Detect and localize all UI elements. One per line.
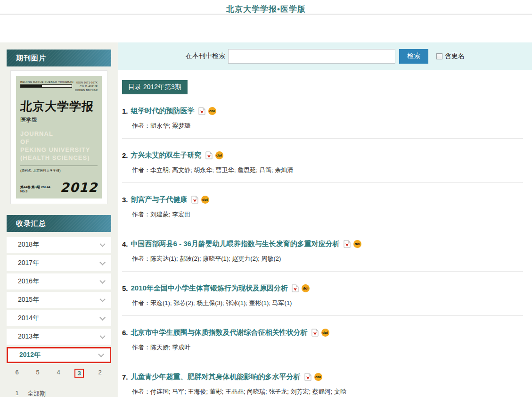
article-authors: 作者：付连国; 马军; 王海俊; 董彬; 王晶晶; 尚晓瑞; 张子龙; 刘芳宏;…: [122, 388, 523, 396]
authors-names: 李立明; 高文静; 胡永华; 曹卫华; 詹思延; 吕筠; 余灿清: [150, 166, 293, 174]
article-title-link[interactable]: 组学时代的预防医学: [131, 107, 195, 116]
cover-barcode-bar: [20, 84, 72, 88]
cover-edition-label: 医学版: [20, 116, 98, 124]
article-number: 6.: [122, 329, 128, 337]
year-label: 2017年: [18, 259, 39, 267]
article-authors: 作者：宋逸(1); 张芯(2); 杨土保(3); 张冰(1); 董彬(1); 马…: [122, 299, 523, 307]
issue-link-1[interactable]: 1: [7, 389, 27, 397]
pdf-icon[interactable]: [198, 107, 205, 115]
issue-label: 1: [15, 389, 18, 397]
article-item: 6. 北京市中学生腰围与体质指数及代谢综合征相关性状分析 doi 作者：陈天娇;…: [122, 316, 523, 360]
include-renamed-checkbox[interactable]: [436, 53, 442, 59]
cover-en-line: JOURNAL: [20, 130, 98, 138]
authors-names: 胡永华; 梁梦璐: [150, 122, 190, 129]
authors-label: 作者：: [132, 255, 150, 262]
issue-label: 5: [36, 369, 39, 376]
authors-label: 作者：: [132, 344, 150, 351]
article-title-link[interactable]: 中国西部两县6 - 36月龄婴幼儿喂养指数与生长发育的多重对应分析: [131, 240, 340, 248]
authors-names: 陈天娇; 季成叶: [150, 344, 190, 351]
all-issues-link[interactable]: 全部期: [27, 389, 56, 397]
authors-names: 付连国; 马军; 王海俊; 董彬; 王晶晶; 尚晓瑞; 张子龙; 刘芳宏; 蔡赐…: [150, 388, 346, 395]
authors-label: 作者：: [132, 122, 150, 129]
chevron-down-icon: [99, 278, 106, 284]
year-label: 2014年: [18, 314, 39, 323]
article-number: 7.: [122, 373, 128, 381]
issue-link-6[interactable]: 6: [7, 369, 27, 378]
doi-icon[interactable]: doi: [321, 329, 329, 337]
include-renamed-option: 含更名: [436, 52, 465, 60]
authors-names: 宋逸(1); 张芯(2); 杨土保(3); 张冰(1); 董彬(1); 马军(1…: [150, 299, 292, 306]
search-input[interactable]: [228, 49, 395, 64]
year-item-2012-selected[interactable]: 2012年: [7, 347, 111, 363]
article-number: 2.: [122, 151, 128, 159]
year-label: 2012年: [19, 351, 41, 359]
pdf-icon[interactable]: [292, 284, 299, 292]
authors-label: 作者：: [132, 166, 150, 174]
issue-link-3-selected[interactable]: 3: [69, 369, 90, 378]
article-title-link[interactable]: 北京市中学生腰围与体质指数及代谢综合征相关性状分析: [131, 328, 308, 337]
article-item: 4. 中国西部两县6 - 36月龄婴幼儿喂养指数与生长发育的多重对应分析 doi…: [122, 227, 523, 272]
sidebar: 期刊图片 BEIJING DAXUE XUEBAO YIXUEBAN ISSN …: [0, 42, 118, 397]
doi-icon[interactable]: doi: [208, 107, 216, 115]
article-number: 1.: [122, 107, 128, 115]
article-title-link[interactable]: 2010年全国中小学生体育锻炼行为现状及原因分析: [131, 284, 288, 293]
year-item-2016[interactable]: 2016年: [7, 273, 111, 289]
issue-link-2[interactable]: 2: [90, 369, 110, 378]
year-item-2017[interactable]: 2017年: [7, 255, 111, 271]
article-number: 5.: [122, 284, 128, 292]
year-item-2013[interactable]: 2013年: [7, 329, 111, 345]
pdf-icon[interactable]: [344, 240, 351, 248]
authors-names: 刘建蒙; 李宏田: [150, 211, 190, 218]
article-title-link[interactable]: 剖宫产与子代健康: [131, 195, 188, 204]
article-number: 4.: [122, 240, 128, 248]
issue-label: 3: [74, 369, 83, 378]
year-item-2015[interactable]: 2015年: [7, 292, 111, 308]
journal-image-section-header: 期刊图片: [7, 50, 111, 66]
year-item-2018[interactable]: 2018年: [7, 237, 111, 253]
chevron-down-icon: [99, 296, 106, 302]
doi-icon[interactable]: doi: [353, 240, 361, 248]
article-title-link[interactable]: 方兴未艾的双生子研究: [131, 151, 202, 160]
cover-title-english: JOURNAL OF PEKING UNIVERSITY (HEALTH SCI…: [20, 130, 98, 162]
cover-cn-number: CN 11-4691/R: [75, 84, 98, 88]
cover-bottom-row: 第44卷 第3期 Vol.44 No.3 2012: [20, 180, 98, 195]
chevron-down-icon: [98, 351, 104, 357]
article-title-line: 2. 方兴未艾的双生子研究 doi: [122, 151, 523, 160]
year-label: 2015年: [18, 296, 39, 304]
article-list: 1. 组学时代的预防医学 doi 作者：胡永华; 梁梦璐 2. 方兴未艾的双生子…: [122, 94, 523, 397]
doi-icon[interactable]: doi: [314, 373, 322, 381]
cover-pinyin-text: BEIJING DAXUE XUEBAO YIXUEBAN: [20, 81, 74, 83]
article-authors: 作者：李立明; 高文静; 胡永华; 曹卫华; 詹思延; 吕筠; 余灿清: [122, 166, 523, 174]
issue-link-4[interactable]: 4: [48, 369, 69, 378]
year-label: 2013年: [18, 332, 39, 341]
article-title-line: 3. 剖宫产与子代健康 doi: [122, 195, 523, 204]
issue-label: 2: [98, 369, 101, 376]
toc-issue-badge: 目录 2012年第3期: [122, 80, 188, 94]
article-title-line: 4. 中国西部两县6 - 36月龄婴幼儿喂养指数与生长发育的多重对应分析 doi: [122, 240, 523, 248]
cover-year: 2012: [60, 180, 98, 195]
pdf-icon[interactable]: [191, 196, 198, 204]
pdf-icon[interactable]: [304, 373, 311, 381]
article-title-link[interactable]: 儿童青少年超重、肥胖对其身体机能影响的多水平分析: [131, 372, 301, 381]
cover-en-line: PEKING UNIVERSITY: [20, 146, 98, 154]
doi-icon[interactable]: doi: [215, 151, 223, 159]
authors-names: 陈宏达(1); 郝波(2); 康晓平(1); 赵更力(2); 周敏(2): [150, 255, 281, 262]
cover-former-name: (原刊名: 北京医科大学学报): [20, 168, 98, 173]
issue-link-5[interactable]: 5: [27, 369, 48, 378]
chevron-down-icon: [99, 241, 106, 247]
pdf-icon[interactable]: [205, 151, 213, 159]
year-accordion: 2018年 2017年 2016年 2015年 2014年 2013年: [7, 237, 111, 363]
year-label: 2018年: [18, 240, 39, 249]
article-number: 3.: [122, 196, 128, 204]
journal-cover-frame: BEIJING DAXUE XUEBAO YIXUEBAN ISSN 1671-…: [10, 70, 107, 204]
search-button[interactable]: 检索: [399, 49, 428, 64]
doi-icon[interactable]: doi: [302, 284, 310, 292]
cover-issn: ISSN 1671-167X: [75, 81, 98, 84]
chevron-down-icon: [99, 259, 106, 265]
cover-en-line: (HEALTH SCIENCES): [20, 154, 98, 162]
doi-icon[interactable]: doi: [201, 196, 209, 204]
article-authors: 作者：陈天娇; 季成叶: [122, 343, 523, 352]
pdf-icon[interactable]: [311, 329, 319, 337]
article-item: 1. 组学时代的预防医学 doi 作者：胡永华; 梁梦璐: [122, 94, 523, 139]
year-item-2014[interactable]: 2014年: [7, 310, 111, 326]
